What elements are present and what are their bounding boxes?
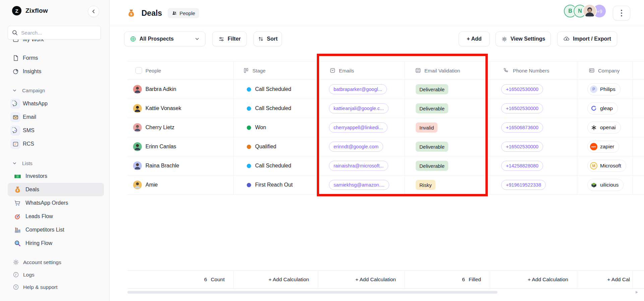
sidebar-item-label: RCS <box>23 141 34 147</box>
avatar <box>133 123 142 132</box>
stage-label: First Reach Out <box>255 182 293 188</box>
table-row[interactable]: Kattie Vonasek Call Scheduled kattieanja… <box>127 99 644 118</box>
add-calculation-button[interactable]: + Add Calculation <box>318 271 405 288</box>
add-calculation-button[interactable]: + Add Calculation <box>234 271 318 288</box>
column-header-email-validation[interactable]: Email Validation <box>405 61 490 80</box>
sidebar-item-whatsapp-orders[interactable]: WhatsApp Orders <box>8 196 104 210</box>
summary-count-cell[interactable]: 6Count <box>127 271 234 288</box>
validation-badge: Deliverable <box>416 161 448 171</box>
email-pill[interactable]: cherryappell@linkedi... <box>329 122 388 133</box>
stage-dot <box>247 145 251 149</box>
add-record-button[interactable]: + Add <box>459 32 490 46</box>
object-type-badge: People <box>168 8 199 18</box>
sort-label: Sort <box>267 36 278 42</box>
stage-dot <box>247 87 251 92</box>
app-logo: Z Zixflow <box>12 6 48 15</box>
gear-icon <box>501 36 508 42</box>
column-header-emails[interactable]: Emails <box>318 61 405 80</box>
table-row[interactable]: Erinn Canlas Qualified erinndt@google.co… <box>127 137 644 156</box>
email-pill[interactable]: kattieanjali@google.c... <box>329 103 389 113</box>
company-cell: M Microsoft <box>577 156 633 175</box>
phone-pill[interactable]: +16502530000 <box>501 84 543 94</box>
company-pill[interactable]: M Microsoft <box>587 160 626 172</box>
company-pill[interactable]: uilicious <box>587 179 624 191</box>
avatar[interactable] <box>583 5 596 17</box>
phone-pill[interactable]: +16502530000 <box>501 142 543 152</box>
phone-pill[interactable]: +16502530000 <box>501 103 543 113</box>
email-cell: cherryappell@linkedi... <box>318 118 405 137</box>
phone-pill[interactable]: +16506873600 <box>501 122 543 133</box>
company-name: Microsoft <box>600 163 621 169</box>
add-calculation-button[interactable]: + Add Cal <box>577 271 633 288</box>
email-pill[interactable]: samiekhsg@amazon.... <box>329 180 389 190</box>
sidebar-item-leads-flow[interactable]: Leads Flow <box>8 210 104 223</box>
table-row[interactable]: Amie First Reach Out samiekhsg@amazon...… <box>127 175 644 195</box>
validation-badge: Deliverable <box>416 142 448 152</box>
email-pill[interactable]: erinndt@google.com <box>329 142 383 152</box>
sidebar-item-hiring-flow[interactable]: Hiring Flow <box>8 237 104 250</box>
table-row[interactable]: Raina Brachle Call Scheduled rainaishra@… <box>127 156 644 175</box>
sidebar-item-logs[interactable]: Logs <box>8 268 104 281</box>
email-pill[interactable]: rainaishra@microsoft... <box>329 161 388 171</box>
sort-button[interactable]: Sort <box>253 32 282 46</box>
sidebar-item-help-support[interactable]: ? Help & support <box>8 281 104 293</box>
sidebar-item-forms[interactable]: Forms <box>8 51 104 65</box>
sidebar-item-investors[interactable]: Investors <box>8 169 104 183</box>
view-settings-button[interactable]: View Settings <box>495 32 551 46</box>
phone-cell: +16502530000 <box>490 80 577 99</box>
company-pill[interactable]: P Philips <box>587 83 621 95</box>
sidebar-item-deals[interactable]: $ Deals <box>8 183 104 196</box>
sidebar-item-email[interactable]: Email <box>8 110 104 124</box>
email-cell: batbraparker@googl... <box>318 80 405 99</box>
column-header-company[interactable]: Company <box>577 61 633 80</box>
company-pill[interactable]: zapier zapier <box>587 141 619 153</box>
section-header-lists[interactable]: Lists <box>8 159 104 167</box>
table-row[interactable]: Cherry Lietz Won cherryappell@linkedi...… <box>127 118 644 137</box>
object-type-label: People <box>179 10 195 16</box>
filter-label: Filter <box>228 36 241 42</box>
stage-label: Won <box>255 124 266 131</box>
money-bag-icon: $ <box>14 186 21 194</box>
sidebar-item-label: Email <box>23 114 36 120</box>
sidebar-item-rcs[interactable]: RCS <box>8 137 104 151</box>
app-name: Zixflow <box>25 7 48 14</box>
section-header-campaign[interactable]: Campaign <box>8 86 104 95</box>
company-pill[interactable]: openai <box>587 121 621 134</box>
company-cell: openai <box>577 118 633 137</box>
search-input[interactable] <box>21 30 88 36</box>
select-all-checkbox[interactable] <box>135 67 142 74</box>
sidebar-item-insights[interactable]: Insights <box>8 65 104 78</box>
company-pill[interactable]: gleap <box>587 102 618 114</box>
svg-text:?: ? <box>15 286 17 289</box>
add-calculation-button[interactable]: + Add Calculation <box>490 271 577 288</box>
svg-text:zapier: zapier <box>591 146 596 148</box>
sidebar-item-competitors-list[interactable]: Competitors List <box>8 223 104 237</box>
question-icon: ? <box>12 284 19 291</box>
view-selector-button[interactable]: All Prospects <box>124 32 206 46</box>
phone-pill[interactable]: +919619522338 <box>501 180 546 190</box>
column-header-people[interactable]: People <box>127 61 234 80</box>
summary-filled-cell[interactable]: 6Filled <box>405 271 490 288</box>
sidebar-item-whatsapp[interactable]: WhatsApp <box>8 97 104 110</box>
column-header-phone-numbers[interactable]: Phone Numbers <box>490 61 577 80</box>
column-header-spacer <box>633 61 644 80</box>
email-pill[interactable]: batbraparker@googl... <box>329 84 387 94</box>
sidebar-item-sms[interactable]: SMS <box>8 124 104 137</box>
people-cell: Cherry Lietz <box>127 118 234 137</box>
scroll-right-arrow-icon[interactable] <box>636 291 638 294</box>
horizontal-scrollbar-thumb[interactable] <box>127 291 497 294</box>
email-validation-cell: Invalid <box>405 118 490 137</box>
sidebar-item-label: Logs <box>23 272 35 278</box>
column-header-stage[interactable]: Stage <box>234 61 318 80</box>
table-row[interactable]: Barbra Adkin Call Scheduled batbraparker… <box>127 80 644 99</box>
stage-label: Call Scheduled <box>255 86 291 92</box>
phone-pill[interactable]: +14258828080 <box>501 161 543 171</box>
sidebar-collapse-button[interactable] <box>88 6 99 17</box>
filter-button[interactable]: Filter <box>212 32 247 46</box>
sidebar-item-account-settings[interactable]: Account settings <box>8 256 104 268</box>
sidebar-search[interactable] <box>8 26 101 40</box>
kanban-icon <box>243 67 249 73</box>
import-export-button[interactable]: Import / Export <box>557 32 617 46</box>
target-icon <box>14 213 21 220</box>
more-options-button[interactable] <box>613 6 630 20</box>
